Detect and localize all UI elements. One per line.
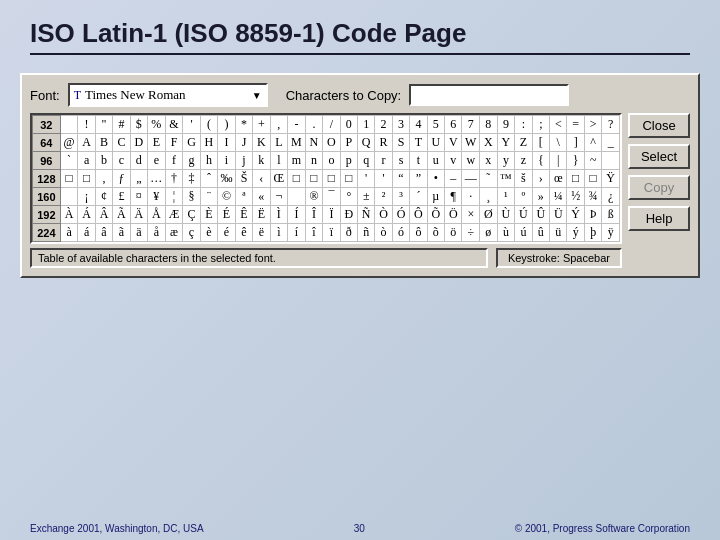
char-cell[interactable]: [ (532, 134, 549, 152)
char-cell[interactable]: - (288, 116, 306, 134)
char-cell[interactable]: õ (427, 224, 444, 242)
char-cell[interactable]: @ (60, 134, 78, 152)
char-cell[interactable]: n (305, 152, 322, 170)
char-cell[interactable]: , (270, 116, 288, 134)
char-cell[interactable]: & (165, 116, 183, 134)
char-cell[interactable]: 6 (445, 116, 462, 134)
char-cell[interactable]: – (445, 170, 462, 188)
char-cell[interactable]: ˜ (480, 170, 497, 188)
char-cell[interactable]: î (305, 224, 322, 242)
char-cell[interactable]: … (148, 170, 166, 188)
char-cell[interactable]: · (462, 188, 480, 206)
char-cell[interactable]: % (148, 116, 166, 134)
char-cell[interactable]: ‡ (183, 170, 200, 188)
char-cell[interactable]: M (288, 134, 306, 152)
char-cell[interactable]: 3 (392, 116, 409, 134)
char-cell[interactable]: ê (235, 224, 252, 242)
char-cell[interactable]: 1 (357, 116, 374, 134)
char-cell[interactable]: v (445, 152, 462, 170)
char-cell[interactable]: º (515, 188, 532, 206)
char-cell[interactable]: f (165, 152, 183, 170)
char-cell[interactable]: ´ (410, 188, 427, 206)
chars-input[interactable] (409, 84, 569, 106)
char-cell[interactable]: æ (165, 224, 183, 242)
char-cell[interactable]: ¤ (130, 188, 147, 206)
char-cell[interactable]: 4 (410, 116, 427, 134)
char-cell[interactable]: Ò (375, 206, 392, 224)
char-cell[interactable]: © (218, 188, 236, 206)
char-cell[interactable]: ô (410, 224, 427, 242)
char-cell[interactable]: À (60, 206, 78, 224)
char-cell[interactable]: t (410, 152, 427, 170)
char-cell[interactable]: R (375, 134, 392, 152)
char-cell[interactable]: s (392, 152, 409, 170)
char-cell[interactable]: þ (584, 224, 601, 242)
char-cell[interactable]: ‰ (218, 170, 236, 188)
char-cell[interactable]: µ (427, 188, 444, 206)
char-cell[interactable]: ¨ (200, 188, 217, 206)
char-cell[interactable]: Ä (130, 206, 147, 224)
char-cell[interactable]: × (462, 206, 480, 224)
char-cell[interactable]: Š (235, 170, 252, 188)
char-cell[interactable]: „ (130, 170, 147, 188)
char-cell[interactable]: ¼ (550, 188, 567, 206)
char-cell[interactable]: ù (497, 224, 515, 242)
char-cell[interactable]: k (253, 152, 270, 170)
char-cell[interactable]: " (95, 116, 112, 134)
char-cell[interactable]: J (235, 134, 252, 152)
char-cell[interactable]: □ (323, 170, 340, 188)
char-cell[interactable]: ³ (392, 188, 409, 206)
char-cell[interactable]: ‹ (253, 170, 270, 188)
char-cell[interactable]: † (165, 170, 183, 188)
char-cell[interactable]: g (183, 152, 200, 170)
help-button[interactable]: Help (628, 206, 690, 231)
char-cell[interactable]: Æ (165, 206, 183, 224)
char-cell[interactable]: , (95, 170, 112, 188)
char-cell[interactable]: ¸ (480, 188, 497, 206)
char-cell[interactable]: ) (218, 116, 236, 134)
char-cell[interactable]: £ (113, 188, 130, 206)
char-cell[interactable]: ½ (567, 188, 584, 206)
char-cell[interactable]: û (532, 224, 549, 242)
char-cell[interactable]: ™ (497, 170, 515, 188)
select-button[interactable]: Select (628, 144, 690, 169)
char-cell[interactable]: ª (235, 188, 252, 206)
char-cell[interactable]: T (410, 134, 427, 152)
char-cell[interactable]: Ã (113, 206, 130, 224)
char-cell[interactable]: ' (357, 170, 374, 188)
char-cell[interactable]: m (288, 152, 306, 170)
char-cell[interactable]: : (515, 116, 532, 134)
char-cell[interactable]: Õ (427, 206, 444, 224)
char-cell[interactable]: y (497, 152, 515, 170)
char-cell[interactable]: Í (288, 206, 306, 224)
char-cell[interactable]: œ (550, 170, 567, 188)
char-cell[interactable]: ÿ (602, 224, 620, 242)
close-button[interactable]: Close (628, 113, 690, 138)
char-cell[interactable]: * (235, 116, 252, 134)
char-cell[interactable]: Z (515, 134, 532, 152)
char-cell[interactable]: Â (95, 206, 112, 224)
char-cell[interactable]: à (60, 224, 78, 242)
char-cell[interactable]: w (462, 152, 480, 170)
char-cell[interactable]: h (200, 152, 217, 170)
char-cell[interactable]: ú (515, 224, 532, 242)
char-cell[interactable]: š (515, 170, 532, 188)
char-cell[interactable]: F (165, 134, 183, 152)
char-cell[interactable]: Å (148, 206, 166, 224)
char-cell[interactable]: ä (130, 224, 147, 242)
char-cell[interactable]: È (200, 206, 217, 224)
char-cell[interactable]: ! (78, 116, 95, 134)
char-cell[interactable]: □ (288, 170, 306, 188)
char-cell[interactable]: ~ (584, 152, 601, 170)
char-cell[interactable]: Þ (584, 206, 601, 224)
char-cell[interactable]: a (78, 152, 95, 170)
char-cell[interactable]: ¿ (602, 188, 620, 206)
char-cell[interactable]: i (218, 152, 236, 170)
char-cell[interactable]: ƒ (113, 170, 130, 188)
char-cell[interactable]: > (584, 116, 601, 134)
char-cell[interactable]: ^ (584, 134, 601, 152)
char-cell[interactable]: ö (445, 224, 462, 242)
char-cell[interactable]: Y (497, 134, 515, 152)
char-cell[interactable]: d (130, 152, 147, 170)
char-cell[interactable]: Ë (253, 206, 270, 224)
